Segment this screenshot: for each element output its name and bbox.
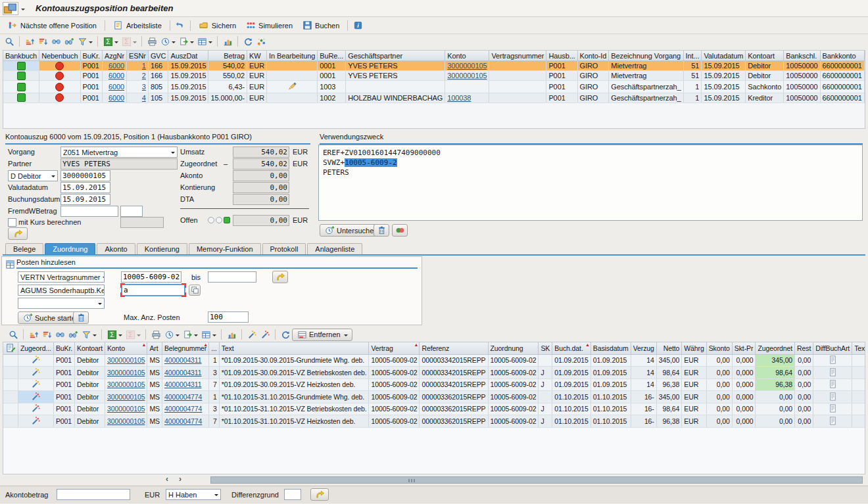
cell[interactable]: 0,00 — [706, 378, 732, 391]
cell[interactable]: 01.09.2015 — [591, 378, 631, 391]
cell[interactable]: 10050000 — [784, 71, 820, 81]
cell[interactable]: Debitor — [75, 415, 105, 428]
cell[interactable] — [813, 391, 852, 403]
cell[interactable]: Debitor — [75, 367, 105, 379]
column-header[interactable]: Bezeichnung Vorgang — [609, 51, 683, 61]
clear-criteria-button[interactable] — [73, 311, 89, 324]
cell[interactable]: 0,00 — [706, 391, 732, 403]
cell[interactable]: HOLZBAU WINDERBACHAG — [346, 93, 445, 103]
cell[interactable] — [852, 403, 865, 415]
cell[interactable] — [3, 71, 39, 81]
post-button[interactable]: Buchen — [297, 19, 344, 32]
cell[interactable]: 51 — [683, 71, 702, 81]
column-header[interactable]: ESNr — [126, 51, 148, 61]
cell[interactable] — [852, 378, 865, 391]
cell[interactable]: 166 — [148, 61, 168, 71]
cell[interactable]: 98,64 — [756, 367, 795, 379]
cell[interactable]: 3 — [209, 403, 219, 415]
column-header[interactable]: Netto — [656, 342, 682, 354]
cell[interactable]: Debitor — [75, 403, 105, 415]
cell[interactable]: 15.09.2015 — [168, 61, 208, 71]
cell[interactable]: 0,00 — [706, 367, 732, 379]
cell[interactable] — [489, 71, 546, 81]
column-header[interactable]: Verzug — [631, 342, 656, 354]
cell[interactable]: 0,00 — [795, 378, 813, 391]
table-row[interactable]: P001Debitor3000000105MS40000043113*01.09… — [3, 367, 865, 379]
cell[interactable]: GIRO — [577, 93, 609, 103]
cell[interactable]: EUR — [247, 81, 267, 93]
cell[interactable] — [18, 391, 54, 403]
cell[interactable]: 550,02 — [208, 71, 247, 81]
cell[interactable]: 01.10.2015 — [552, 403, 591, 415]
horizontal-scrollbar[interactable] — [210, 476, 863, 484]
cell[interactable]: P001 — [53, 403, 74, 415]
sum-button[interactable]: Σ — [101, 35, 120, 47]
cell[interactable]: 4000004774 — [162, 415, 208, 428]
cell[interactable]: 6600000001 — [820, 81, 864, 93]
cell[interactable]: 000003342015REPP — [420, 378, 488, 391]
criterion-1-from-input[interactable] — [121, 271, 181, 283]
table-row[interactable]: P0016000380515.09.20156,43-EUR1003P001GI… — [3, 81, 865, 93]
cell[interactable]: 10005-6009-02 — [369, 378, 420, 391]
column-header[interactable]: Kontoart — [75, 342, 105, 354]
cell[interactable]: 0,000 — [732, 354, 756, 367]
cell[interactable]: 10005-6009-02 — [369, 403, 420, 415]
criterion-2-select[interactable]: AGUMS Sonderhauptb.Ke.. — [18, 285, 105, 296]
cell[interactable]: 10005-6009-02 — [488, 403, 539, 415]
cell[interactable]: P001 — [80, 81, 102, 93]
column-header[interactable]: SWI... — [864, 51, 865, 61]
cell[interactable]: 0,000 — [732, 403, 756, 415]
cell[interactable] — [3, 367, 18, 379]
cell[interactable]: *01.10.2015-31.10.2015-VZ Betriebskosten… — [219, 403, 369, 415]
column-header[interactable]: KW — [247, 51, 267, 61]
column-header[interactable]: Bankkonto — [820, 51, 864, 61]
cell[interactable]: 6600000001 — [820, 61, 864, 71]
cell[interactable]: Geschäftspartnerzah_ — [609, 93, 683, 103]
cell[interactable]: MS — [147, 391, 162, 403]
cell[interactable]: *01.09.2015-30.09.2015-VZ Heizkosten deb… — [219, 378, 369, 391]
cell[interactable]: P001 — [546, 71, 577, 81]
cell[interactable]: 3000000105 — [105, 367, 147, 379]
fremdwbetrag-field[interactable] — [60, 206, 118, 217]
cell[interactable] — [39, 93, 80, 103]
detail-button[interactable] — [7, 329, 20, 340]
column-header[interactable]: Währg — [682, 342, 706, 354]
cell[interactable]: 1003 — [318, 81, 346, 93]
column-header[interactable]: Referenz — [420, 342, 488, 354]
cell[interactable]: 98,64 — [656, 367, 682, 379]
cell-link[interactable]: 3000000105 — [107, 417, 145, 425]
subtotal-button[interactable]: Σ — [120, 35, 138, 47]
cell-link[interactable]: 4000004311 — [164, 356, 202, 364]
cell[interactable] — [813, 403, 852, 415]
cell[interactable] — [489, 81, 546, 93]
column-header[interactable]: ... — [209, 342, 219, 354]
cell[interactable]: 01.09.2015 — [591, 354, 631, 367]
views-button[interactable] — [158, 35, 177, 47]
cell[interactable]: MS — [147, 403, 162, 415]
cell[interactable]: 0,00 — [706, 415, 732, 428]
column-header[interactable]: Kontoart — [746, 51, 784, 61]
cell[interactable]: 3 — [209, 367, 219, 379]
cell[interactable]: 6600000001 — [820, 93, 864, 103]
cell[interactable]: 000003342015REPP — [420, 367, 488, 379]
cell[interactable]: 0,00 — [795, 391, 813, 403]
table-icon[interactable] — [5, 259, 15, 269]
cell[interactable]: 15.000,00- — [208, 93, 247, 103]
cell[interactable]: J — [539, 367, 552, 379]
cell[interactable]: 345,00 — [756, 354, 795, 367]
cell[interactable]: J — [539, 403, 552, 415]
cell-link[interactable]: 4000004311 — [164, 369, 202, 377]
cell[interactable]: 4000004774 — [162, 403, 208, 415]
cell[interactable]: 0,00 — [795, 403, 813, 415]
delete-text-button[interactable] — [374, 224, 389, 237]
cell[interactable] — [489, 93, 546, 103]
cell[interactable]: YVES PETERS — [346, 71, 445, 81]
cell[interactable]: YVES PETERS — [346, 61, 445, 71]
column-header[interactable]: Betrag — [208, 51, 247, 61]
cell[interactable]: Debitor — [746, 61, 784, 71]
tab-memory-funktion[interactable]: Memory-Funktion — [189, 243, 261, 255]
views-button[interactable] — [162, 329, 181, 340]
cell[interactable]: 7 — [209, 415, 219, 428]
cell[interactable] — [813, 378, 852, 391]
tab-zuordnung[interactable]: Zuordnung — [45, 243, 95, 255]
